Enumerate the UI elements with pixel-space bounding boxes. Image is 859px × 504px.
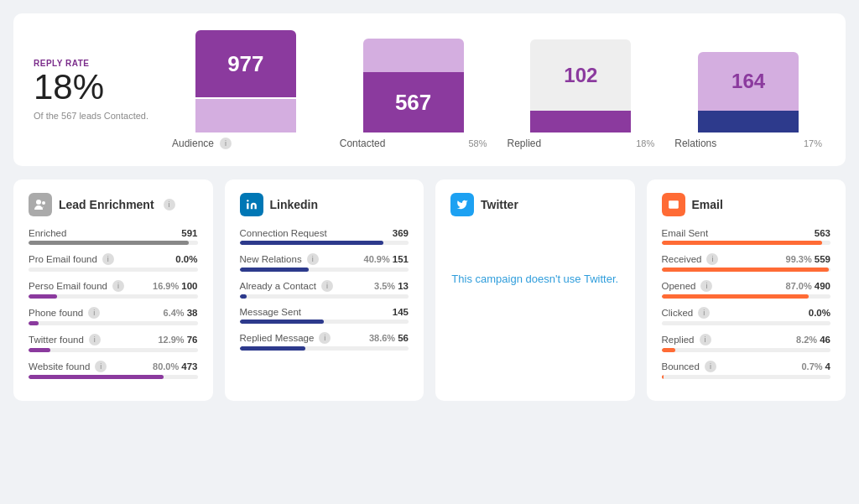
svg-point-0: [36, 200, 41, 205]
stat-row: Website foundi80.0% 473: [29, 361, 198, 379]
progress-bar-bg: [662, 294, 831, 299]
contacted-pct: 58%: [468, 138, 487, 148]
stat-label: Message Sent: [240, 307, 302, 317]
progress-bar-bg: [662, 268, 831, 272]
progress-bar-fill: [240, 320, 325, 324]
relations-bar: 164: [698, 52, 799, 132]
top-card: REPLY RATE 18% Of the 567 leads Contacte…: [13, 13, 846, 166]
progress-bar-fill: [662, 241, 822, 245]
stat-value: 80.0% 473: [153, 361, 197, 372]
reply-rate-desc: Of the 567 leads Contacted.: [34, 111, 148, 121]
relations-top-bar: 164: [698, 52, 799, 111]
stat-info-icon[interactable]: i: [705, 361, 716, 372]
progress-bar-bg: [662, 375, 831, 379]
stat-info-icon[interactable]: i: [95, 361, 107, 372]
stat-pct: 3.5%: [374, 281, 398, 291]
stat-value: 16.9% 100: [153, 281, 197, 291]
stat-row: Bouncedi0.7% 4: [662, 361, 831, 379]
lead-enrichment-title: Lead Enrichment: [59, 198, 154, 211]
lead-enrichment-header: Lead Enrichment i: [29, 193, 198, 216]
stat-value: 369: [393, 228, 409, 238]
reply-rate-value: 18%: [34, 68, 148, 107]
stat-label: Enriched: [29, 228, 66, 238]
progress-bar-bg: [29, 321, 198, 325]
stat-info-icon[interactable]: i: [319, 332, 331, 344]
audience-label: Audience i: [172, 138, 232, 149]
stat-info-icon[interactable]: i: [307, 253, 319, 265]
progress-bar-bg: [29, 268, 198, 272]
lead-enrichment-info[interactable]: i: [164, 199, 175, 210]
stat-info-icon[interactable]: i: [102, 253, 114, 265]
stat-value: 563: [815, 228, 830, 238]
stat-info-icon[interactable]: i: [112, 280, 124, 292]
email-title: Email: [692, 198, 723, 211]
linkedin-header: Linkedin: [240, 193, 409, 216]
stat-pct: 12.9%: [158, 335, 186, 345]
stat-row: Repliedi8.2% 46: [662, 334, 831, 352]
stat-pct: 80.0%: [153, 361, 181, 372]
stat-label: Replied Messagei: [240, 332, 331, 344]
stat-row: Openedi87.0% 490: [662, 280, 831, 299]
chart-audience: 977 Audience i: [169, 30, 323, 149]
stat-value: 38.6% 56: [369, 333, 409, 343]
stat-label: New Relationsi: [240, 253, 319, 265]
audience-info-icon[interactable]: i: [220, 138, 232, 149]
stat-value: 145: [393, 307, 409, 317]
stat-row: Pro Email foundi0.0%: [29, 253, 198, 272]
audience-bottom-bar: [195, 99, 296, 132]
email-icon: [662, 193, 685, 216]
twitter-empty-message: This campaign doesn't use Twitter.: [450, 228, 620, 329]
progress-bar-bg: [29, 241, 198, 245]
bottom-grid: Lead Enrichment i Enriched591Pro Email f…: [13, 179, 846, 401]
progress-bar-bg: [29, 294, 198, 299]
stat-info-icon[interactable]: i: [698, 307, 710, 319]
chart-replied: 102 Replied 18%: [503, 39, 658, 149]
stat-row: Message Sent145: [240, 307, 409, 324]
stat-row: Connection Request369: [240, 228, 409, 245]
stat-pct: 0.7%: [801, 361, 825, 372]
stat-value: 3.5% 13: [374, 281, 409, 291]
progress-bar-bg: [29, 375, 198, 379]
stat-value: 40.9% 151: [364, 254, 409, 264]
stat-value: 0.7% 4: [801, 361, 830, 372]
replied-bar: 102: [530, 39, 631, 132]
progress-bar-fill: [240, 268, 310, 272]
stat-info-icon[interactable]: i: [700, 334, 711, 346]
svg-point-2: [247, 200, 248, 201]
stat-row: Clickedi0.0%: [662, 307, 831, 325]
progress-bar-bg: [240, 320, 409, 324]
stat-label: Repliedi: [662, 334, 711, 346]
progress-bar-fill: [662, 348, 675, 352]
progress-bar-fill: [240, 346, 306, 351]
twitter-title: Twitter: [481, 198, 518, 211]
stat-row: Already a Contacti3.5% 13: [240, 280, 409, 299]
stat-info-icon[interactable]: i: [700, 280, 712, 292]
stat-row: Replied Messagei38.6% 56: [240, 332, 409, 351]
stat-label: Already a Contacti: [240, 280, 333, 292]
progress-bar-fill: [662, 375, 664, 379]
stat-info-icon[interactable]: i: [321, 280, 333, 292]
stat-row: Enriched591: [29, 228, 198, 245]
stat-info-icon[interactable]: i: [706, 253, 718, 265]
stat-label: Clickedi: [662, 307, 711, 319]
stat-label: Connection Request: [240, 228, 327, 238]
stat-pct: 8.2%: [796, 335, 820, 345]
stat-row: Perso Email foundi16.9% 100: [29, 280, 198, 299]
stat-info-icon[interactable]: i: [88, 307, 100, 319]
twitter-card: Twitter This campaign doesn't use Twitte…: [435, 179, 635, 401]
stat-info-icon[interactable]: i: [89, 334, 101, 346]
stat-value: 0.0%: [175, 254, 197, 264]
audience-bar: 977: [195, 30, 296, 132]
lead-enrichment-stats: Enriched591Pro Email foundi0.0%Perso Ema…: [29, 228, 198, 379]
contacted-top-bar: [363, 39, 464, 72]
charts-section: 977 Audience i 567 Contacted 58%: [169, 30, 825, 149]
linkedin-title: Linkedin: [270, 198, 319, 211]
relations-pct: 17%: [804, 138, 822, 148]
stat-pct: 40.9%: [364, 254, 393, 264]
replied-top-bar: 102: [530, 39, 631, 111]
stat-label: Pro Email foundi: [29, 253, 114, 265]
stat-label: Openedi: [662, 280, 713, 292]
stat-value: 87.0% 490: [786, 281, 830, 291]
progress-bar-fill: [29, 294, 57, 299]
stat-value: 0.0%: [809, 308, 830, 318]
